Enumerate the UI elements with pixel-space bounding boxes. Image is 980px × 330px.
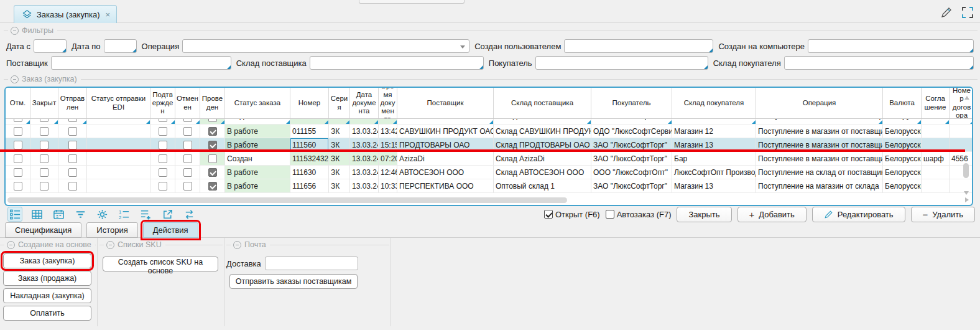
create-sku-list-button[interactable]: Создать список SKU на основе: [103, 257, 218, 271]
cell-otpravlen[interactable]: [58, 125, 87, 138]
cell-agreement[interactable]: [922, 125, 950, 138]
column-header-seriya[interactable]: Серия: [329, 88, 350, 118]
row-checkbox[interactable]: [68, 119, 77, 122]
cell-podtv[interactable]: [150, 125, 175, 138]
column-header-podtv[interactable]: Подтвержден: [150, 88, 175, 118]
cell-buyer_wh[interactable]: [672, 119, 756, 125]
row-checkbox[interactable]: [40, 168, 49, 177]
view-list-button[interactable]: [7, 207, 22, 222]
collapse-icon[interactable]: [11, 27, 19, 35]
cell-proveden[interactable]: [200, 119, 225, 125]
row-checkbox[interactable]: [208, 182, 217, 191]
created-by-user-input[interactable]: [564, 39, 713, 53]
row-checkbox[interactable]: [14, 119, 22, 122]
scroll-down-arrow-icon[interactable]: [964, 191, 969, 195]
cell-zakryt[interactable]: [30, 179, 58, 193]
cell-proveden[interactable]: [200, 152, 225, 166]
cell-currency[interactable]: Белорусский: [883, 179, 922, 193]
cell-date[interactable]: 13.03.24: [350, 125, 379, 138]
cell-nomer[interactable]: 011155: [290, 125, 329, 138]
cell-currency[interactable]: Белорусский: [883, 152, 922, 166]
cell-zakryt[interactable]: [30, 152, 58, 166]
cell-proveden[interactable]: [200, 179, 225, 193]
cell-nomer[interactable]: 111532432: [290, 152, 329, 166]
cell-podtv[interactable]: [150, 179, 175, 193]
column-header-otm[interactable]: Отм.: [6, 88, 30, 118]
cell-buyer[interactable]: Метиславское райпо: [591, 119, 672, 125]
cell-seriya[interactable]: ЗК: [329, 152, 350, 166]
row-checkbox[interactable]: [183, 119, 192, 122]
row-checkbox[interactable]: [208, 127, 217, 136]
scroll-right-arrow-icon[interactable]: [965, 197, 969, 202]
add-to-list-button[interactable]: [138, 207, 153, 222]
filter-button[interactable]: [73, 207, 88, 222]
cell-proveden[interactable]: [200, 166, 225, 179]
cell-supplier[interactable]: САВУШКИН ПРОДУКТ ОАО: [397, 125, 494, 138]
cell-buyer[interactable]: ООО "ЛюксСофтОпт": [591, 166, 672, 179]
column-header-nomer[interactable]: Номер: [290, 88, 329, 118]
tab-close-icon[interactable]: ×: [105, 10, 110, 19]
row-checkbox[interactable]: [208, 168, 217, 177]
pay-button[interactable]: Оплатить: [3, 306, 91, 321]
cell-otm[interactable]: [6, 166, 30, 179]
column-header-date[interactable]: Дата документа: [350, 88, 379, 118]
row-checkbox[interactable]: [159, 168, 167, 177]
cell-time[interactable]: 11:00: [379, 119, 397, 125]
column-header-supplier[interactable]: Поставщик: [397, 88, 494, 118]
cell-time[interactable]: 10:33: [379, 179, 397, 193]
cell-supplier_wh[interactable]: Склад AzizaDi: [494, 152, 591, 166]
cell-status[interactable]: Создан: [225, 152, 290, 166]
cell-nomer[interactable]: 111656: [290, 179, 329, 193]
row-checkbox[interactable]: [183, 182, 192, 191]
cell-edi[interactable]: [87, 152, 150, 166]
open-external-button[interactable]: [160, 207, 175, 222]
cell-otpravlen[interactable]: [58, 179, 87, 193]
cell-buyer_wh[interactable]: Бар: [672, 152, 756, 166]
cell-date[interactable]: 13.03.24: [350, 166, 379, 179]
fullscreen-icon[interactable]: [961, 6, 974, 19]
date-from-input[interactable]: [34, 39, 67, 53]
cell-supplier[interactable]: АВТОСЕЗОН ООО: [397, 166, 494, 179]
tab-specification[interactable]: Спецификация: [5, 222, 81, 238]
table-grid-button[interactable]: [29, 207, 44, 222]
scroll-up-arrow-icon[interactable]: [964, 96, 969, 100]
cell-operation[interactable]: Поступление на склад от поставщика: [756, 166, 883, 179]
delete-button[interactable]: −Удалить: [911, 207, 975, 222]
row-checkbox[interactable]: [208, 154, 217, 163]
row-checkbox[interactable]: [14, 168, 22, 177]
column-header-proveden[interactable]: Проведен: [200, 88, 225, 118]
open-checkbox[interactable]: [544, 210, 553, 219]
column-header-status[interactable]: Статус заказа: [225, 88, 290, 118]
collapse-icon[interactable]: [106, 241, 114, 249]
cell-buyer_wh[interactable]: ЛюксСофтОпт Производство: [672, 166, 756, 179]
cell-seriya[interactable]: ЗК: [329, 179, 350, 193]
cell-seriya[interactable]: ЗК: [329, 125, 350, 138]
cell-buyer[interactable]: ЗАО "ЛюксСофтТорг": [591, 179, 672, 193]
cell-otm[interactable]: [6, 152, 30, 166]
cell-supplier_wh[interactable]: Склад АВТОСЕЗОН ООО: [494, 166, 591, 179]
collapse-icon[interactable]: [7, 241, 15, 249]
cell-podtv[interactable]: [150, 152, 175, 166]
collapse-icon[interactable]: [233, 241, 241, 249]
cell-otpravlen[interactable]: [58, 166, 87, 179]
scrollbar-thumb[interactable]: [7, 197, 567, 203]
row-checkbox[interactable]: [40, 141, 49, 149]
row-checkbox[interactable]: [183, 154, 192, 163]
cell-otpravlen[interactable]: [58, 152, 87, 166]
column-header-edi[interactable]: Статус отправки EDI: [87, 88, 150, 118]
cell-agreement[interactable]: [922, 166, 950, 179]
cell-supplier_wh[interactable]: Склад САВУШКИН ПРОДУКТ ОАО: [494, 125, 591, 138]
supplier-warehouse-filter-input[interactable]: [310, 56, 484, 70]
cell-agreement[interactable]: [922, 119, 950, 125]
column-header-supplier_wh[interactable]: Склад поставщика: [494, 88, 591, 118]
cell-status[interactable]: В работе: [225, 166, 290, 179]
row-checkbox[interactable]: [40, 182, 49, 191]
cell-supplier[interactable]: ПЕРСПЕКТИВА ООО: [397, 179, 494, 193]
cell-currency[interactable]: Белорусский: [883, 166, 922, 179]
cell-date[interactable]: 13.03.24: [350, 119, 379, 125]
cell-seriya[interactable]: ЗК: [329, 166, 350, 179]
cell-supplier_wh[interactable]: Оптовый склад 1: [494, 179, 591, 193]
cell-currency[interactable]: Белорусский: [883, 125, 922, 138]
tab-actions[interactable]: Действия: [143, 222, 198, 238]
row-checkbox[interactable]: [14, 154, 22, 163]
